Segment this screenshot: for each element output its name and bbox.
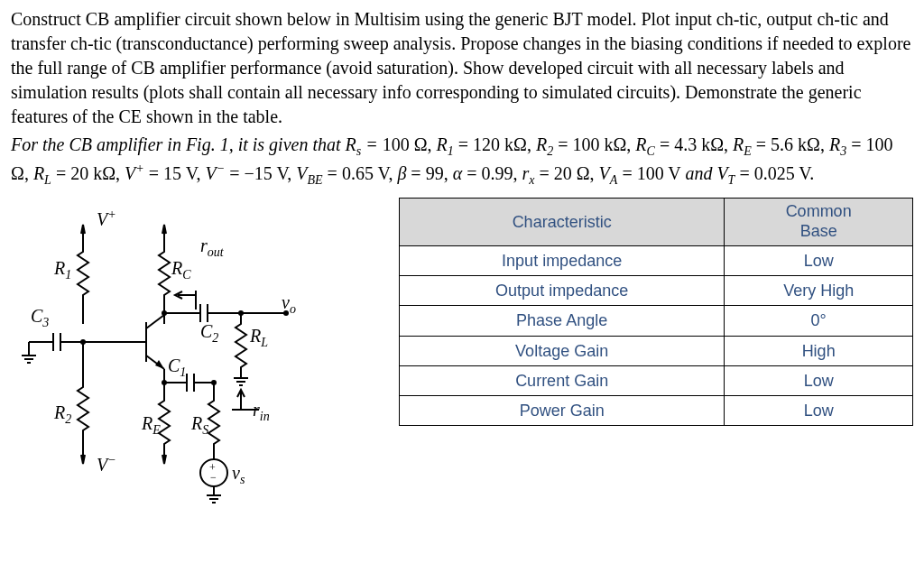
table-row: Current GainLow [400, 365, 913, 395]
lbl-C2: C2 [200, 319, 218, 347]
val-rx: 20 Ω [554, 163, 590, 183]
val-alpha: 0.99 [481, 163, 513, 183]
given-values-paragraph: For the CB amplifier in Fig. 1, it is gi… [11, 133, 913, 189]
val-RE: 5.6 kΩ [771, 134, 820, 154]
lbl-C3: C3 [31, 304, 49, 332]
lbl-vo: vo [282, 291, 296, 319]
characteristics-table: Characteristic CommonBase Input impedanc… [399, 198, 913, 426]
lbl-RE: RE [142, 411, 161, 439]
th-characteristic: Characteristic [400, 199, 725, 245]
val-Vminus: −15 V [244, 163, 287, 183]
lbl-R1: R1 [54, 256, 71, 284]
val-Vplus: 15 V [163, 163, 197, 183]
val-VBE: 0.65 V [342, 163, 389, 183]
val-R2: 100 kΩ [572, 134, 626, 154]
circuit-diagram: + − V+ R1 RC rout C2 RL vo C3 R2 C1 RE R… [11, 198, 309, 513]
val-beta: 99 [426, 163, 444, 183]
lbl-RS: RS [191, 411, 208, 439]
svg-point-41 [162, 310, 167, 316]
table-row: Power GainLow [400, 396, 913, 426]
lbl-rout: rout [200, 234, 224, 262]
svg-text:−: − [210, 471, 217, 484]
lbl-C1: C1 [168, 354, 186, 382]
problem-paragraph: Construct CB amplifier circuit shown bel… [11, 7, 913, 129]
table-row: Input impedanceLow [400, 245, 913, 275]
val-RL: 20 kΩ [70, 163, 116, 183]
lbl-RL: RL [250, 324, 268, 352]
val-VT: 0.025 V [754, 163, 810, 183]
lbl-Vminus: V− [97, 452, 116, 477]
svg-point-42 [238, 310, 244, 316]
lbl-rin: rin [253, 398, 270, 426]
svg-point-43 [211, 380, 217, 385]
val-R1: 120 kΩ [473, 134, 527, 154]
val-VA: 100 V [637, 163, 681, 183]
lbl-R2: R2 [54, 401, 71, 429]
table-row: Phase Angle0° [400, 306, 913, 336]
th-common-base: CommonBase [725, 199, 913, 245]
val-RC: 4.3 kΩ [674, 134, 724, 154]
lbl-vs: vs [232, 461, 245, 489]
val-Rs: 100 Ω [383, 134, 428, 154]
table-row: Output impedanceVery High [400, 275, 913, 305]
lbl-RC: RC [171, 256, 191, 284]
table-row: Voltage GainHigh [400, 336, 913, 365]
svg-line-13 [146, 315, 164, 328]
svg-marker-15 [155, 360, 164, 369]
lbl-Vplus: V+ [97, 207, 116, 232]
given-intro: For the CB amplifier in Fig. 1, it is gi… [11, 134, 356, 154]
